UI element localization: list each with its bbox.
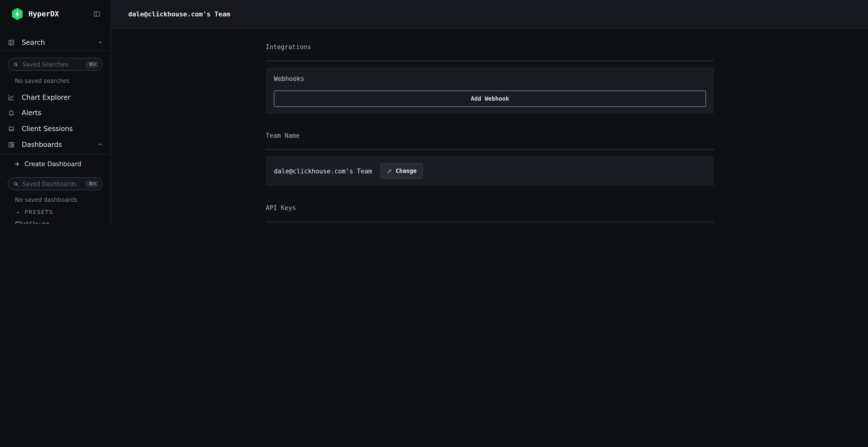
no-saved-searches-note: No saved searches	[15, 77, 69, 84]
client-sessions-label: Client Sessions	[22, 125, 72, 133]
add-webhook-button[interactable]: Add Webhook	[274, 91, 706, 107]
collapse-sidebar-icon[interactable]	[93, 10, 101, 18]
saved-dashboards-placeholder: Saved Dashboards	[22, 180, 83, 187]
change-button-label: Change	[396, 168, 416, 174]
page-header: dale@clickhouse.com's Team	[111, 0, 868, 28]
search-icon	[13, 61, 19, 67]
bell-icon	[8, 109, 15, 116]
dashboards-icon	[8, 141, 15, 148]
preset-clickhouse[interactable]: ClickHouse	[15, 220, 50, 224]
chevron-up-icon	[97, 142, 103, 147]
chevron-up-icon	[97, 39, 103, 45]
sidebar-divider	[0, 154, 111, 154]
sidebar-item-client-sessions[interactable]: Client Sessions	[8, 124, 72, 133]
saved-searches-placeholder: Saved Searches	[22, 61, 83, 68]
hyperdx-logo-icon	[11, 8, 24, 20]
presets-toggle[interactable]: PRESETS	[16, 209, 53, 215]
sidebar-section-search[interactable]: Search	[8, 38, 103, 46]
sidebar-item-alerts[interactable]: Alerts	[8, 108, 41, 117]
section-divider	[266, 149, 714, 150]
shortcut-badge: ⌘K	[86, 180, 99, 187]
create-dashboard-button[interactable]: + Create Dashboard	[14, 160, 81, 168]
laptop-icon	[8, 125, 15, 132]
team-name-heading: Team Name	[266, 132, 714, 139]
plus-icon: +	[14, 160, 20, 168]
search-section-icon	[8, 39, 15, 46]
sidebar-item-dashboards[interactable]: Dashboards	[8, 140, 103, 149]
presets-label: PRESETS	[25, 209, 53, 215]
shortcut-badge: ⌘K	[86, 61, 99, 68]
sidebar: HyperDX Search Saved Searches ⌘K No save…	[0, 0, 111, 224]
app-title: HyperDX	[28, 10, 59, 18]
settings-content: Integrations Webhooks Add Webhook Team N…	[111, 28, 714, 224]
sidebar-divider	[0, 50, 111, 50]
pencil-icon	[386, 168, 392, 174]
dashboards-label: Dashboards	[22, 141, 91, 148]
alerts-label: Alerts	[22, 109, 41, 116]
page-title: dale@clickhouse.com's Team	[128, 10, 230, 18]
integrations-heading: Integrations	[266, 43, 714, 50]
create-dashboard-label: Create Dashboard	[24, 160, 81, 167]
logo[interactable]: HyperDX	[11, 8, 59, 20]
hyperdx-app: HyperDX Search Saved Searches ⌘K No save…	[0, 0, 868, 224]
chart-explorer-icon	[8, 94, 15, 101]
team-name-value: dale@clickhouse.com's Team	[274, 167, 372, 175]
change-team-name-button[interactable]: Change	[380, 163, 423, 179]
no-saved-dashboards-note: No saved dashboards	[15, 197, 78, 203]
webhooks-label: Webhooks	[274, 75, 706, 82]
api-keys-heading: API Keys	[266, 204, 714, 211]
main-area: dale@clickhouse.com's Team Integrations …	[111, 0, 868, 224]
sidebar-item-chart-explorer[interactable]: Chart Explorer	[8, 93, 70, 102]
team-name-panel: dale@clickhouse.com's Team Change	[266, 156, 714, 186]
saved-dashboards-input[interactable]: Saved Dashboards ⌘K	[8, 177, 103, 190]
section-divider	[266, 221, 714, 222]
webhooks-panel: Webhooks Add Webhook	[266, 67, 714, 114]
saved-searches-input[interactable]: Saved Searches ⌘K	[8, 58, 103, 71]
chevron-down-icon	[16, 210, 20, 215]
search-section-label: Search	[22, 38, 97, 46]
chart-explorer-label: Chart Explorer	[22, 94, 70, 101]
search-icon	[13, 181, 19, 187]
section-divider	[266, 61, 714, 61]
